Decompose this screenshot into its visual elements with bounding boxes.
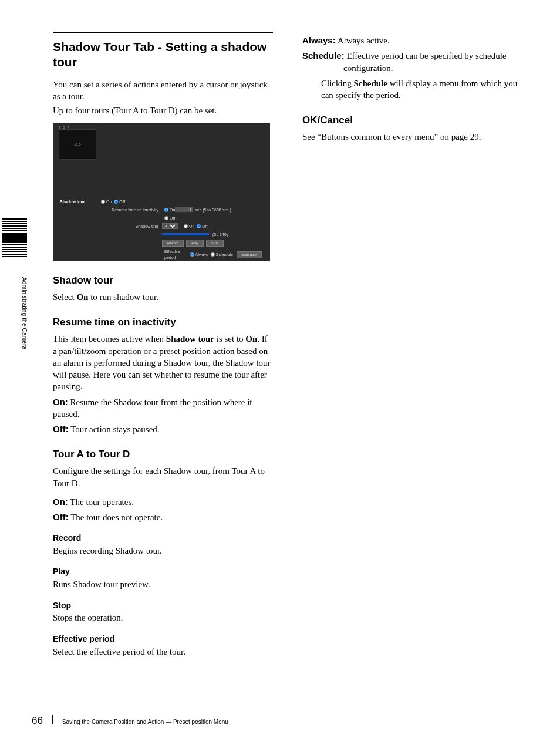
footer-text: Saving the Camera Position and Action — … [62, 718, 228, 726]
intro-line-1: You can set a series of actions entered … [53, 79, 273, 103]
sidebar-section-label: Administrating the Camera [20, 277, 28, 349]
panel-eff-always-radio[interactable] [190, 252, 194, 257]
panel-label-effperiod: Effective period [164, 249, 188, 260]
panel-on-text-3: On [189, 224, 194, 229]
def-always: Always: Always active. [302, 35, 522, 46]
panel-record-button[interactable]: Record [162, 240, 184, 247]
para-schedule-click: Clicking Schedule will display a menu fr… [321, 78, 522, 102]
panel-zoom-text: x1.0 [74, 142, 80, 147]
panel-stop-button[interactable]: Stop [206, 240, 224, 247]
heading-resume: Resume time on inactivity [53, 316, 273, 329]
panel-progress-text: (0 / 140) [212, 232, 228, 237]
heading-shadowtour: Shadow tour [53, 274, 273, 288]
para-play: Runs Shadow tour preview. [53, 578, 273, 590]
panel-tour-select[interactable]: A [162, 223, 178, 229]
def-tourad-on: On: The tour operates. [53, 496, 273, 508]
panel-tour-off-radio[interactable] [197, 224, 201, 228]
right-column: Always: Always active. Schedule: Effecti… [302, 32, 522, 660]
panel-off-text-3: Off [202, 224, 207, 229]
para-tourad: Configure the settings for each Shadow t… [53, 465, 273, 489]
para-shadowtour: Select On to run shadow tour. [53, 291, 273, 303]
panel-label-resume: Resume time on inactivity [59, 207, 162, 213]
def-schedule: Schedule: Effective period can be specif… [302, 50, 522, 74]
para-okcancel: See “Buttons common to every menu” on pa… [302, 131, 522, 143]
sidebar-index-bars [2, 218, 27, 260]
panel-eff-schedule-button[interactable]: Schedule [237, 251, 262, 258]
panel-label-shadowtour: Shadow tour [59, 199, 99, 204]
panel-on-text: On [106, 199, 112, 204]
heading-effperiod: Effective period [53, 634, 273, 645]
page-footer: 66 Saving the Camera Position and Action… [32, 715, 228, 728]
panel-resume-unit: sec (5 to 3600 sec.) [195, 207, 231, 213]
panel-eff-schedule-radio[interactable] [211, 252, 215, 257]
panel-preview-box: x1.0 [59, 129, 96, 160]
def-tourad-off: Off: The tour does not operate. [53, 511, 273, 523]
para-stop: Stops the operation. [53, 612, 273, 624]
panel-progress-bar [162, 233, 209, 235]
panel-on-text-2: On [170, 207, 175, 213]
panel-eff-always-text: Always [195, 252, 208, 257]
para-effperiod: Select the effective period of the tour. [53, 646, 273, 658]
panel-resume-on-radio[interactable] [164, 208, 168, 212]
panel-shadowtour-on-radio[interactable] [101, 200, 105, 204]
heading-okcancel: OK/Cancel [302, 114, 522, 127]
def-resume-off: Off: Tour action stays paused. [53, 423, 273, 435]
panel-shadowtour-off-radio[interactable] [114, 200, 118, 204]
heading-play: Play [53, 566, 273, 577]
panel-resume-off-radio[interactable] [164, 216, 168, 220]
def-resume-on: On: Resume the Shadow tour from the posi… [53, 396, 273, 420]
footer-separator [52, 715, 53, 724]
heading-main: Shadow Tour Tab - Setting a shadow tour [53, 32, 273, 70]
para-record: Begins recording Shadow tour. [53, 545, 273, 557]
page-number: 66 [32, 715, 43, 728]
settings-panel-screenshot: T D P x1.0 Shadow tour On Off Resume tim… [53, 123, 270, 261]
heading-stop: Stop [53, 600, 273, 611]
panel-resume-value[interactable]: 5 [175, 207, 193, 212]
panel-play-button[interactable]: Play [186, 240, 204, 247]
heading-record: Record [53, 533, 273, 544]
panel-off-text-2: Off [170, 215, 175, 221]
panel-tour-on-radio[interactable] [184, 224, 188, 228]
intro-line-2: Up to four tours (Tour A to Tour D) can … [53, 105, 273, 116]
panel-label-tour: Shadow tour [59, 224, 162, 229]
heading-tourad: Tour A to Tour D [53, 448, 273, 461]
para-resume: This item becomes active when Shadow tou… [53, 333, 273, 392]
panel-off-text: Off [119, 199, 125, 204]
left-column: Shadow Tour Tab - Setting a shadow tour … [53, 32, 273, 660]
panel-eff-schedule-text: Schedule [216, 252, 233, 257]
